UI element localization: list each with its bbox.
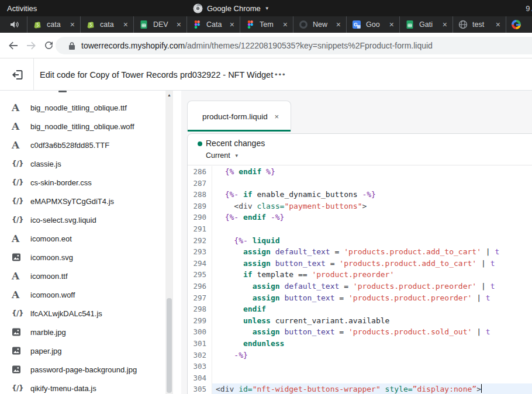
file-item[interactable]: Abig_noodle_titling_oblique.woff	[0, 117, 165, 136]
image-file-icon	[12, 346, 27, 355]
tab-close-icon[interactable]: ×	[443, 20, 447, 29]
file-item[interactable]: Aicomoon.eot	[0, 229, 165, 248]
file-item[interactable]: Abig_noodle_titling_oblique.ttf	[0, 98, 165, 117]
file-item[interactable]: {/}qikify-tmenu-data.js	[0, 379, 165, 394]
chrome-icon	[193, 4, 203, 13]
line-number: 302	[188, 350, 212, 361]
image-file-icon	[12, 327, 27, 337]
activities-button[interactable]: Activities	[7, 4, 37, 13]
line-text: {% endif %}	[212, 166, 275, 178]
clock[interactable]: 9 A	[526, 4, 532, 13]
sheets-favicon-icon	[405, 20, 414, 29]
line-text: unless current_variant.available	[212, 315, 389, 327]
file-item[interactable]: password-page-background.jpg	[0, 360, 165, 379]
code-line[interactable]: 299 unless current_variant.available	[188, 315, 532, 327]
address-bar[interactable]: towerrecords.myshopify.com/admin/themes/…	[56, 37, 532, 54]
file-item[interactable]: Aicomoon.woff	[0, 285, 165, 304]
version-dropdown[interactable]: Current ▼	[206, 151, 239, 160]
code-line[interactable]: 304	[188, 372, 532, 384]
code-line[interactable]: 298 endif	[188, 303, 532, 315]
reload-button[interactable]	[40, 37, 57, 54]
unsaved-changes-dot	[198, 141, 202, 146]
file-item[interactable]: marble.jpg	[0, 323, 165, 341]
code-line[interactable]: 302 -%}	[188, 350, 532, 361]
file-item[interactable]: icomoon.svg	[0, 248, 165, 267]
scrollbar-thumb[interactable]	[167, 298, 172, 393]
file-name: qikify-tmenu-data.js	[30, 384, 96, 393]
tab-close-icon[interactable]: ×	[496, 20, 500, 29]
code-line[interactable]: 301 endunless	[188, 338, 532, 350]
file-item[interactable]: Ac0df3a6b528fdd85.TTF	[0, 136, 165, 154]
file-item[interactable]: paper.jpg	[0, 341, 165, 360]
code-line[interactable]: 300 assign button_text = 'products.produ…	[188, 326, 532, 338]
browser-tab[interactable]: test×	[452, 16, 506, 33]
code-file-icon: {/}	[12, 216, 27, 224]
scroll-up-icon[interactable]: ▲	[165, 93, 173, 97]
code-line[interactable]: 305<div id="nft-widget-buttons-wrapper" …	[188, 383, 532, 394]
browser-tab[interactable]: GGoo×	[346, 16, 399, 33]
app-menu-label: Google Chrome	[207, 4, 261, 13]
file-item[interactable]: Aicomoon.ttf	[0, 267, 165, 285]
browser-tab-strip: cata×cata×DEV×Cata×Tem×New×GGoo×Gati×tes…	[0, 16, 532, 33]
audio-indicator-icon[interactable]	[8, 20, 21, 29]
file-name: big_noodle_titling_oblique.woff	[30, 122, 134, 131]
tab-close-icon[interactable]: ×	[336, 20, 341, 29]
code-line[interactable]: 289 <div class="payment-buttons">	[188, 201, 532, 212]
editor-tab-close-icon[interactable]: ×	[274, 112, 279, 121]
browser-tab[interactable]: cata×	[27, 16, 80, 33]
editor-tab-product-form[interactable]: product-form.liquid ×	[187, 101, 291, 132]
file-item[interactable]: {/}eMAPMXSyTCgGdiT4.js	[0, 192, 165, 210]
tab-close-icon[interactable]: ×	[177, 20, 181, 29]
browser-tab[interactable]: Cata×	[186, 16, 240, 33]
globe-favicon-icon	[458, 20, 468, 29]
browser-tab[interactable]: New×	[293, 16, 346, 33]
exit-code-editor-button[interactable]	[11, 68, 25, 82]
line-text: assign default_text = 'products.product.…	[212, 246, 499, 258]
code-line[interactable]: 303	[188, 361, 532, 372]
code-line[interactable]: 297 assign button_text = 'products.produ…	[188, 292, 532, 304]
tab-close-icon[interactable]: ×	[70, 20, 75, 29]
active-app-menu[interactable]: Google Chrome ▼	[193, 4, 270, 13]
line-text: assign button_text = 'products.product.p…	[212, 292, 490, 304]
lock-icon[interactable]	[68, 42, 75, 50]
code-line[interactable]: 295 if template == 'product.preorder'	[188, 269, 532, 281]
forward-button[interactable]	[22, 37, 40, 54]
sidebar-scrollbar[interactable]: ▲	[165, 91, 173, 394]
file-item[interactable]: {/}classie.js	[0, 154, 165, 173]
back-button[interactable]	[5, 37, 22, 54]
file-item[interactable]: {/}lfcAXLwjkDALc541.js	[0, 304, 165, 323]
more-actions-button[interactable]: •••	[275, 58, 286, 91]
code-file-icon: {/}	[12, 384, 27, 392]
browser-tab[interactable]	[506, 16, 532, 33]
tab-close-icon[interactable]: ×	[123, 20, 128, 29]
code-line[interactable]: 290 {%- endif -%}	[188, 212, 532, 223]
browser-tab[interactable]: Gati×	[399, 16, 452, 33]
file-name: paper.jpg	[30, 347, 62, 355]
code-line[interactable]: 287	[188, 178, 532, 189]
file-item[interactable]: {/}ico-select.svg.liquid	[0, 210, 165, 229]
browser-tab[interactable]: cata×	[80, 16, 133, 33]
browser-tab-list: cata×cata×DEV×Cata×Tem×New×GGoo×Gati×tes…	[27, 16, 532, 33]
code-line[interactable]: 296 assign default_text = 'products.prod…	[188, 281, 532, 292]
tab-close-icon[interactable]: ×	[283, 20, 288, 29]
google-favicon-icon	[512, 20, 521, 29]
header-divider	[33, 58, 34, 91]
image-file-icon	[12, 253, 27, 262]
tab-close-icon[interactable]: ×	[389, 20, 394, 29]
code-line[interactable]: 288 {%- if enable_dynamic_buttons -%}	[188, 189, 532, 201]
code-line[interactable]: 294 assign button_text = 'products.produ…	[188, 258, 532, 269]
tab-close-icon[interactable]: ×	[230, 20, 234, 29]
file-item[interactable]: {/}cs-skin-border.css	[0, 173, 165, 192]
browser-tab[interactable]: DEV×	[133, 16, 186, 33]
line-number: 289	[188, 201, 212, 212]
font-file-icon: A	[12, 271, 27, 281]
text-cursor	[481, 384, 482, 393]
code-line[interactable]: 293 assign default_text = 'products.prod…	[188, 246, 532, 258]
browser-tab[interactable]: Tem×	[240, 16, 293, 33]
code-line[interactable]: 292 {%- liquid	[188, 235, 532, 247]
file-name: eMAPMXSyTCgGdiT4.js	[30, 197, 114, 206]
code-line[interactable]: 291	[188, 223, 532, 235]
code-line[interactable]: 286 {% endif %}	[188, 166, 532, 178]
line-text: endif	[212, 303, 266, 315]
code-editor[interactable]: 286 {% endif %}287288 {%- if enable_dyna…	[188, 166, 532, 394]
